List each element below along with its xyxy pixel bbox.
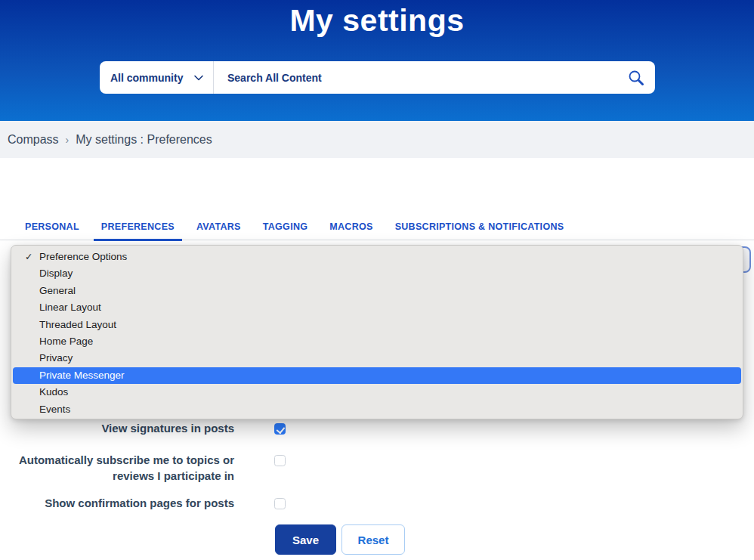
menu-item-events[interactable]: Events: [11, 401, 743, 418]
menu-item-preference-options[interactable]: ✓ Preference Options: [11, 249, 743, 265]
field-label: View signatures in posts: [0, 420, 234, 436]
hero-header: My settings All community: [0, 0, 754, 121]
reset-button[interactable]: Reset: [341, 524, 405, 555]
form-row-show-confirmation: Show confirmation pages for posts: [0, 495, 286, 511]
chevron-down-icon: [194, 75, 203, 81]
preference-options-menu: ✓ Preference Options Display General Lin…: [11, 245, 743, 419]
menu-item-private-messenger[interactable]: Private Messenger: [13, 367, 741, 384]
checkbox-auto-subscribe[interactable]: [274, 455, 286, 466]
search-input[interactable]: [214, 61, 617, 94]
menu-item-linear-layout[interactable]: Linear Layout: [11, 299, 743, 316]
form-actions: Save Reset: [275, 524, 405, 555]
breadcrumb-current: My settings : Preferences: [76, 133, 212, 147]
tab-macros[interactable]: MACROS: [322, 214, 380, 240]
field-label: Show confirmation pages for posts: [0, 495, 234, 511]
menu-item-general[interactable]: General: [11, 283, 743, 299]
search-bar: All community: [100, 61, 655, 94]
tab-personal[interactable]: PERSONAL: [17, 214, 87, 240]
menu-item-display[interactable]: Display: [11, 265, 743, 282]
checkbox-show-confirmation[interactable]: [274, 498, 286, 509]
menu-item-home-page[interactable]: Home Page: [11, 333, 743, 350]
breadcrumb-root-link[interactable]: Compass: [8, 133, 59, 147]
menu-item-threaded-layout[interactable]: Threaded Layout: [11, 317, 743, 333]
tab-tagging[interactable]: TAGGING: [255, 214, 316, 240]
form-row-auto-subscribe: Automatically subscribe me to topics or …: [0, 452, 286, 484]
checkbox-view-signatures[interactable]: [274, 423, 286, 435]
settings-tab-bar: PERSONAL PREFERENCES AVATARS TAGGING MAC…: [0, 214, 754, 240]
search-icon: [627, 69, 645, 87]
search-button[interactable]: [617, 61, 655, 94]
checkmark-icon: ✓: [25, 249, 32, 265]
search-scope-select[interactable]: All community: [100, 61, 213, 94]
field-label: Automatically subscribe me to topics or …: [0, 452, 234, 484]
menu-item-privacy[interactable]: Privacy: [11, 350, 743, 367]
breadcrumb-separator: ›: [66, 134, 70, 146]
tab-preferences[interactable]: PREFERENCES: [94, 214, 182, 240]
tab-subscriptions-notifications[interactable]: SUBSCRIPTIONS & NOTIFICATIONS: [388, 214, 572, 240]
search-scope-value: All community: [110, 72, 183, 84]
breadcrumb: Compass › My settings : Preferences: [0, 121, 754, 158]
form-row-view-signatures: View signatures in posts: [0, 420, 286, 436]
page-title: My settings: [0, 0, 754, 39]
save-button[interactable]: Save: [275, 524, 336, 555]
menu-item-kudos[interactable]: Kudos: [11, 384, 743, 401]
tab-avatars[interactable]: AVATARS: [189, 214, 249, 240]
